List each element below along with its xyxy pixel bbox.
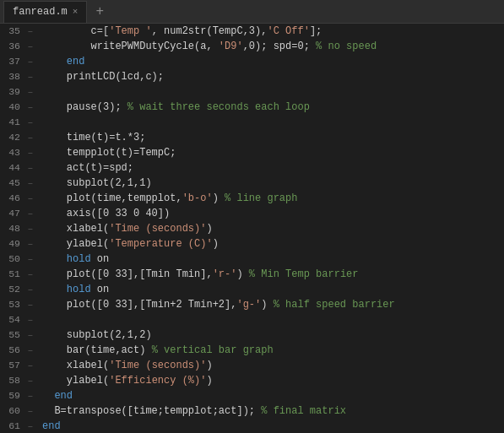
line-dash: – (25, 176, 35, 191)
table-row: 54– (0, 312, 504, 327)
code-area: 35– c=['Temp ', num2str(TempC,3),'C Off'… (0, 24, 504, 433)
table-row: 35– c=['Temp ', num2str(TempC,3),'C Off'… (0, 24, 504, 39)
table-row: 43– tempplot(t)=TempC; (0, 145, 504, 160)
line-number: 48 (0, 221, 25, 236)
line-content (35, 84, 504, 100)
table-row: 44– act(t)=spd; (0, 160, 504, 176)
line-content: bar(time,act) % vertical bar graph (35, 343, 504, 358)
line-content: ylabel('Efficiency (%)') (35, 373, 504, 388)
table-row: 37– end (0, 54, 504, 69)
line-dash: – (25, 115, 35, 130)
line-content: c=['Temp ', num2str(TempC,3),'C Off']; (35, 24, 504, 39)
line-content: subplot(2,1,1) (35, 176, 504, 191)
line-content: printLCD(lcd,c); (35, 69, 504, 84)
line-dash: – (25, 191, 35, 206)
line-content: B=transpose([time;tempplot;act]); % fina… (35, 403, 504, 419)
table-row: 52– hold on (0, 282, 504, 297)
tab-add-button[interactable]: + (90, 3, 109, 21)
table-row: 53– plot([0 33],[Tmin+2 Tmin+2],'g-') % … (0, 297, 504, 312)
line-dash: – (25, 84, 35, 100)
line-number: 51 (0, 267, 25, 282)
line-dash: – (25, 419, 35, 433)
line-number: 49 (0, 236, 25, 252)
line-number: 36 (0, 39, 25, 54)
line-number: 42 (0, 130, 25, 145)
table-row: 46– plot(time,tempplot,'b-o') % line gra… (0, 191, 504, 206)
line-number: 44 (0, 160, 25, 176)
line-dash: – (25, 327, 35, 343)
line-dash: – (25, 145, 35, 160)
line-dash: – (25, 343, 35, 358)
table-row: 45– subplot(2,1,1) (0, 176, 504, 191)
table-row: 47– axis([0 33 0 40]) (0, 206, 504, 221)
line-content: xlabel('Time (seconds)') (35, 221, 504, 236)
line-content: plot(time,tempplot,'b-o') % line graph (35, 191, 504, 206)
line-dash: – (25, 403, 35, 419)
line-content: end (35, 54, 504, 69)
line-number: 54 (0, 312, 25, 327)
line-dash: – (25, 312, 35, 327)
line-number: 61 (0, 419, 25, 433)
line-dash: – (25, 54, 35, 69)
line-number: 58 (0, 373, 25, 388)
tab-bar: fanread.m × + (0, 0, 504, 24)
line-number: 38 (0, 69, 25, 84)
table-row: 56– bar(time,act) % vertical bar graph (0, 343, 504, 358)
line-number: 40 (0, 100, 25, 115)
line-content: writePWMDutyCycle(a, 'D9',0); spd=0; % n… (35, 39, 504, 54)
table-row: 40– pause(3); % wait three seconds each … (0, 100, 504, 115)
table-row: 36– writePWMDutyCycle(a, 'D9',0); spd=0;… (0, 39, 504, 54)
line-content: xlabel('Time (seconds)') (35, 358, 504, 373)
line-number: 52 (0, 282, 25, 297)
code-lines: 35– c=['Temp ', num2str(TempC,3),'C Off'… (0, 24, 504, 433)
line-content: subplot(2,1,2) (35, 327, 504, 343)
tab-close-icon[interactable]: × (73, 7, 79, 17)
line-number: 45 (0, 176, 25, 191)
line-dash: – (25, 358, 35, 373)
table-row: 61–end (0, 419, 504, 433)
line-content: plot([0 33],[Tmin+2 Tmin+2],'g-') % half… (35, 297, 504, 312)
line-dash: – (25, 267, 35, 282)
line-number: 46 (0, 191, 25, 206)
line-content: pause(3); % wait three seconds each loop (35, 100, 504, 115)
line-number: 39 (0, 84, 25, 100)
file-tab[interactable]: fanread.m × (3, 1, 87, 23)
line-number: 47 (0, 206, 25, 221)
table-row: 51– plot([0 33],[Tmin Tmin],'r-') % Min … (0, 267, 504, 282)
line-dash: – (25, 69, 35, 84)
line-number: 60 (0, 403, 25, 419)
line-dash: – (25, 297, 35, 312)
tab-filename: fanread.m (13, 6, 68, 18)
line-number: 59 (0, 388, 25, 403)
table-row: 58– ylabel('Efficiency (%)') (0, 373, 504, 388)
line-number: 35 (0, 24, 25, 39)
line-content: plot([0 33],[Tmin Tmin],'r-') % Min Temp… (35, 267, 504, 282)
table-row: 50– hold on (0, 252, 504, 267)
table-row: 41– (0, 115, 504, 130)
line-dash: – (25, 252, 35, 267)
line-number: 43 (0, 145, 25, 160)
line-content: time(t)=t.*3; (35, 130, 504, 145)
line-dash: – (25, 160, 35, 176)
line-number: 55 (0, 327, 25, 343)
line-dash: – (25, 39, 35, 54)
table-row: 39– (0, 84, 504, 100)
line-dash: – (25, 373, 35, 388)
table-row: 60– B=transpose([time;tempplot;act]); % … (0, 403, 504, 419)
table-row: 57– xlabel('Time (seconds)') (0, 358, 504, 373)
line-dash: – (25, 130, 35, 145)
table-row: 59– end (0, 388, 504, 403)
line-content: tempplot(t)=TempC; (35, 145, 504, 160)
line-content: axis([0 33 0 40]) (35, 206, 504, 221)
table-row: 55– subplot(2,1,2) (0, 327, 504, 343)
line-content: end (35, 419, 504, 433)
line-content: ylabel('Temperature (C)') (35, 236, 504, 252)
line-dash: – (25, 236, 35, 252)
table-row: 42– time(t)=t.*3; (0, 130, 504, 145)
line-content (35, 312, 504, 327)
table-row: 48– xlabel('Time (seconds)') (0, 221, 504, 236)
line-number: 37 (0, 54, 25, 69)
line-number: 57 (0, 358, 25, 373)
line-dash: – (25, 24, 35, 39)
line-dash: – (25, 282, 35, 297)
